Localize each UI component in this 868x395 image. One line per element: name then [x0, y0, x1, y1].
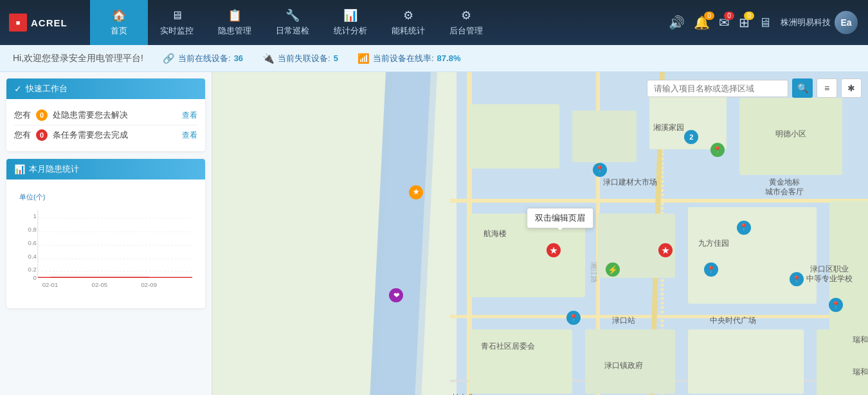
offline-devices: 🔌 当前失联设备: 5: [262, 53, 338, 64]
online-count: 36: [234, 53, 243, 63]
svg-text:中等专业学校: 中等专业学校: [806, 274, 853, 283]
nav-label-realtime: 实时监控: [160, 25, 194, 37]
logo-icon: ■: [9, 14, 27, 32]
svg-text:城市会客厅: 城市会客厅: [764, 187, 804, 196]
svg-text:瑞和名邸: 瑞和名邸: [853, 367, 868, 376]
svg-text:九方佳园: 九方佳园: [698, 239, 729, 248]
volume-icon[interactable]: 🔊: [669, 15, 685, 30]
map-search-input[interactable]: [647, 80, 788, 97]
hazard-stats-title: 本月隐患统计: [29, 163, 79, 175]
svg-rect-27: [469, 104, 559, 169]
wrench-icon: 🔧: [285, 8, 300, 23]
desktop-icon[interactable]: 🖥: [759, 15, 772, 30]
nav-label-energy: 能耗统计: [392, 25, 425, 37]
nav-item-backend[interactable]: ⚙ 后台管理: [437, 0, 495, 45]
settings-icon: ⚙: [461, 8, 471, 23]
monitor-icon: 🖥: [171, 9, 183, 23]
welcome-text: Hi,欢迎您登录安全用电管理平台!: [13, 53, 143, 64]
rate-label: 当前设备在线率:: [373, 53, 434, 64]
map-star-button[interactable]: ✱: [841, 78, 862, 98]
hazard-stats-body: 单位(个) 1 0.8 0.6 0.4: [6, 179, 205, 308]
hazard-stats-widget: 📊 本月隐患统计 单位(个) 1 0.8: [6, 159, 205, 308]
row1-suffix: 处隐患需要您去解决: [53, 109, 128, 121]
workbench-title: 快速工作台: [26, 83, 68, 95]
hazard-stats-header: 📊 本月隐患统计: [6, 159, 205, 179]
nav-label-hazard: 隐患管理: [218, 25, 251, 37]
nav-label-home: 首页: [111, 25, 127, 37]
workbench-widget: ✓ 快速工作台 您有 0 处隐患需要您去解决 查看 您有 0 条任务需要您去完成…: [6, 78, 205, 151]
grid-button[interactable]: ⊞ 0: [739, 15, 750, 30]
svg-rect-37: [688, 329, 804, 394]
energy-icon: ⚙: [403, 8, 413, 23]
logo-text: ACREL: [31, 17, 68, 28]
nav-item-hazard[interactable]: 📋 隐患管理: [206, 0, 264, 45]
offline-icon: 🔌: [262, 53, 275, 64]
nav-item-home[interactable]: 🏠 首页: [90, 0, 148, 45]
row2-suffix: 条任务需要您去完成: [53, 129, 128, 141]
grid-badge: 0: [744, 12, 754, 20]
row1-link[interactable]: 查看: [182, 110, 197, 121]
map-area: 🔍 ≡ ✱ 双击编辑页眉: [212, 72, 868, 395]
row2-badge: 0: [36, 129, 48, 141]
svg-text:02-01: 02-01: [42, 281, 59, 288]
svg-text:湘江路: 湘江路: [590, 262, 598, 283]
svg-rect-33: [688, 207, 817, 304]
svg-text:渌口镇政府: 渌口镇政府: [604, 361, 643, 370]
svg-text:02-05: 02-05: [92, 281, 108, 288]
svg-text:明德小区: 明德小区: [775, 129, 806, 138]
workbench-body: 您有 0 处隐患需要您去解决 查看 您有 0 条任务需要您去完成 查看: [6, 99, 205, 151]
bell-button[interactable]: 🔔 0: [694, 15, 710, 30]
svg-text:渌口站: 渌口站: [612, 316, 635, 325]
map-tooltip[interactable]: 双击编辑页眉: [527, 208, 593, 228]
map-grid-button[interactable]: ≡: [817, 78, 837, 98]
svg-rect-35: [469, 329, 572, 394]
chart-unit-label: 单位(个): [19, 192, 192, 202]
avatar: Ea: [835, 11, 858, 34]
map-toolbar: 🔍 ≡ ✱: [647, 78, 862, 98]
rate-value: 87.8%: [437, 53, 461, 63]
logo-area: ■ ACREL: [0, 14, 90, 32]
svg-text:瑞和大厦: 瑞和大厦: [853, 335, 868, 344]
nav-item-realtime[interactable]: 🖥 实时监控: [148, 0, 206, 45]
nav-label-stats: 统计分析: [334, 25, 367, 37]
nav-item-energy[interactable]: ⚙ 能耗统计: [379, 0, 437, 45]
online-rate: 📶 当前设备在线率: 87.8%: [357, 53, 461, 64]
workbench-header-icon: ✓: [14, 84, 22, 94]
row1-badge: 0: [36, 109, 48, 121]
online-label: 当前在线设备:: [178, 53, 231, 64]
nav-items: 🏠 首页 🖥 实时监控 📋 隐患管理 🔧 日常巡检 📊 统计分析 ⚙ 能耗统计 …: [90, 0, 495, 45]
offline-count: 5: [334, 53, 338, 63]
svg-text:渌口建材大市场: 渌口建材大市场: [603, 178, 657, 187]
hazard-stats-icon: 📊: [14, 164, 25, 174]
svg-text:湘溪家园: 湘溪家园: [653, 123, 684, 132]
nav-right: 🔊 🔔 0 ✉ 0 ⊞ 0 🖥 株洲明易科技 Ea: [669, 11, 868, 34]
online-devices: 🔗 当前在线设备: 36: [163, 53, 243, 64]
nav-item-patrol[interactable]: 🔧 日常巡检: [264, 0, 321, 45]
online-icon: 🔗: [163, 53, 175, 64]
row2-link[interactable]: 查看: [182, 130, 197, 141]
tooltip-text: 双击编辑页眉: [535, 213, 585, 223]
row2-prefix: 您有: [14, 129, 31, 141]
sidebar: ✓ 快速工作台 您有 0 处隐患需要您去解决 查看 您有 0 条任务需要您去完成…: [0, 72, 212, 395]
nav-label-backend: 后台管理: [449, 25, 483, 37]
svg-text:0.2: 0.2: [28, 266, 37, 273]
row1-prefix: 您有: [14, 109, 31, 121]
svg-text:02-09: 02-09: [141, 281, 157, 288]
user-area[interactable]: 株洲明易科技 Ea: [781, 11, 858, 34]
svg-text:航海楼: 航海楼: [484, 229, 507, 238]
svg-text:1: 1: [33, 212, 37, 219]
nav-item-stats[interactable]: 📊 统计分析: [321, 0, 379, 45]
svg-rect-29: [649, 91, 727, 149]
svg-text:0.6: 0.6: [28, 239, 37, 246]
svg-text:中央时代广场: 中央时代广场: [710, 316, 756, 325]
map-background[interactable]: 湘溪家园 明德小区 渌口建材大市场 黄金地标 城市会客厅 九方佳园 渌口站 中央…: [212, 72, 868, 395]
workbench-row-2: 您有 0 条任务需要您去完成 查看: [14, 125, 197, 145]
map-search-button[interactable]: 🔍: [792, 78, 813, 98]
svg-text:青石社区居委会: 青石社区居委会: [481, 342, 535, 351]
mail-button[interactable]: ✉ 0: [719, 15, 730, 30]
clipboard-icon: 📋: [228, 8, 242, 23]
main-content: ✓ 快速工作台 您有 0 处隐患需要您去解决 查看 您有 0 条任务需要您去完成…: [0, 72, 868, 395]
workbench-header: ✓ 快速工作台: [6, 78, 205, 99]
home-icon: 🏠: [112, 8, 126, 23]
svg-rect-28: [572, 111, 637, 162]
